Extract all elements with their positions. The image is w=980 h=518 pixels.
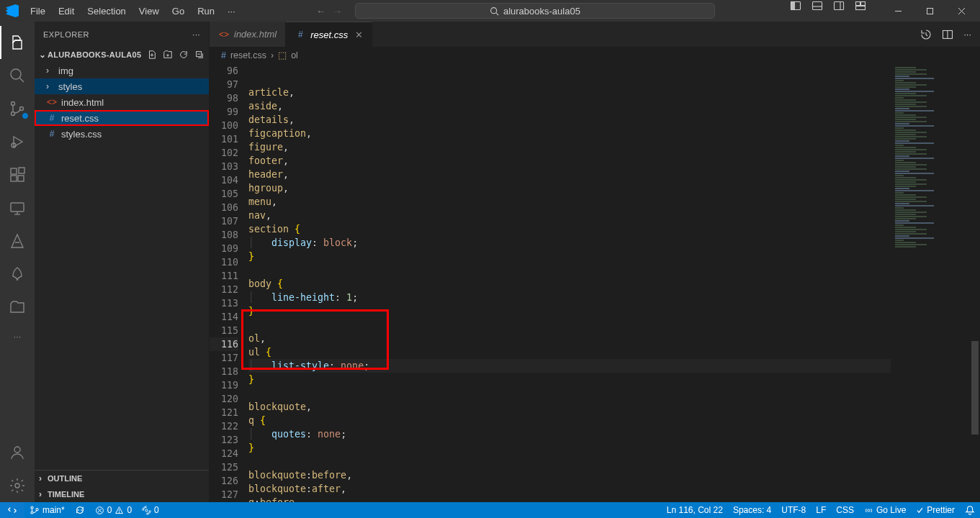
chevron-right-icon: › bbox=[46, 65, 55, 76]
menu-overflow[interactable]: ··· bbox=[222, 3, 241, 19]
window-minimize-icon[interactable] bbox=[882, 0, 914, 22]
svg-rect-4 bbox=[813, 2, 822, 10]
activity-remote-icon[interactable] bbox=[0, 191, 35, 224]
folder-label: styles bbox=[58, 81, 82, 92]
code-content[interactable]: article,aside,details,figcaption,figure,… bbox=[248, 64, 980, 502]
chevron-right-icon: › bbox=[271, 50, 274, 60]
warnings-count: 0 bbox=[127, 505, 132, 515]
file-reset-css[interactable]: # reset.css bbox=[35, 110, 209, 126]
svg-line-16 bbox=[19, 78, 24, 82]
split-editor-icon[interactable] bbox=[942, 29, 953, 40]
sidebar-more-icon[interactable]: ··· bbox=[192, 30, 200, 39]
svg-rect-9 bbox=[861, 2, 866, 6]
section-label: OUTLINE bbox=[48, 474, 82, 483]
remote-indicator[interactable] bbox=[0, 502, 24, 518]
statusbar: main* 0 0 0 Ln 116, Col 22 Spaces: 4 UTF… bbox=[0, 502, 980, 518]
go-live[interactable]: Go Live bbox=[859, 502, 911, 518]
chevron-right-icon: › bbox=[39, 473, 48, 483]
activity-liveshare-icon[interactable] bbox=[0, 258, 35, 291]
file-index-html[interactable]: <> index.html bbox=[35, 94, 209, 110]
svg-rect-23 bbox=[11, 176, 17, 181]
folder-label: img bbox=[58, 65, 73, 76]
problems-indicator[interactable]: 0 0 bbox=[90, 502, 137, 518]
svg-rect-10 bbox=[856, 6, 866, 10]
cursor-position[interactable]: Ln 116, Col 22 bbox=[662, 502, 728, 518]
menu-file[interactable]: File bbox=[24, 3, 51, 19]
git-branch[interactable]: main* bbox=[24, 502, 70, 518]
svg-line-1 bbox=[496, 12, 498, 14]
layout-panel-left-icon[interactable] bbox=[790, 0, 801, 22]
sync-button[interactable] bbox=[70, 502, 90, 518]
file-label: index.html bbox=[61, 97, 104, 108]
indentation[interactable]: Spaces: 4 bbox=[728, 502, 776, 518]
project-header[interactable]: ⌄ ALURABOOKS-AULA05 bbox=[35, 47, 209, 63]
window-maximize-icon[interactable] bbox=[914, 0, 945, 22]
breadcrumb-file: reset.css bbox=[230, 50, 266, 60]
css-file-icon: # bbox=[221, 50, 226, 60]
close-icon[interactable]: ✕ bbox=[355, 29, 363, 40]
more-actions-icon[interactable]: ··· bbox=[963, 29, 971, 40]
minimap[interactable] bbox=[891, 64, 970, 502]
layout-panel-bottom-icon[interactable] bbox=[812, 0, 823, 22]
svg-rect-25 bbox=[19, 168, 24, 173]
vscode-logo-icon bbox=[6, 4, 19, 17]
window-close-icon[interactable] bbox=[945, 0, 977, 22]
collapse-all-icon[interactable] bbox=[194, 50, 204, 60]
svg-point-15 bbox=[11, 69, 21, 79]
menu-view[interactable]: View bbox=[133, 3, 165, 19]
project-name: ALURABOOKS-AULA05 bbox=[48, 50, 141, 59]
activity-account-icon[interactable] bbox=[0, 436, 35, 469]
encoding[interactable]: UTF-8 bbox=[776, 502, 811, 518]
activity-settings-icon[interactable] bbox=[0, 469, 35, 502]
file-styles-css[interactable]: # styles.css bbox=[35, 126, 209, 142]
chevron-down-icon: ⌄ bbox=[39, 50, 48, 60]
activity-source-control-icon[interactable] bbox=[0, 92, 35, 125]
editor-area: <> index.html # reset.css ✕ ··· # reset.… bbox=[210, 22, 980, 502]
tab-index-html[interactable]: <> index.html bbox=[210, 22, 286, 47]
history-icon[interactable] bbox=[920, 29, 932, 40]
chevron-right-icon: › bbox=[39, 489, 48, 499]
refresh-icon[interactable] bbox=[179, 50, 189, 60]
language-mode[interactable]: CSS bbox=[831, 502, 859, 518]
folder-styles[interactable]: › styles bbox=[35, 78, 209, 94]
menu-edit[interactable]: Edit bbox=[53, 3, 80, 19]
notifications-icon[interactable] bbox=[960, 502, 980, 518]
layout-panel-right-icon[interactable] bbox=[833, 0, 845, 22]
tab-label: index.html bbox=[234, 29, 277, 40]
menu-run[interactable]: Run bbox=[192, 3, 220, 19]
new-file-icon[interactable] bbox=[147, 50, 157, 60]
menu-go[interactable]: Go bbox=[166, 3, 190, 19]
menu-selection[interactable]: Selection bbox=[81, 3, 131, 19]
activity-run-debug-icon[interactable] bbox=[0, 125, 35, 158]
svg-point-18 bbox=[12, 112, 15, 116]
vertical-scrollbar[interactable] bbox=[970, 64, 980, 502]
new-folder-icon[interactable] bbox=[163, 50, 173, 60]
branch-name: main* bbox=[42, 505, 65, 515]
activity-extensions-icon[interactable] bbox=[0, 158, 35, 191]
tab-reset-css[interactable]: # reset.css ✕ bbox=[286, 22, 372, 47]
titlebar: File Edit Selection View Go Run ··· ← → … bbox=[0, 0, 980, 22]
section-outline[interactable]: › OUTLINE bbox=[35, 471, 209, 486]
nav-back-icon[interactable]: ← bbox=[316, 6, 325, 17]
prettier[interactable]: Prettier bbox=[911, 502, 960, 518]
section-label: TIMELINE bbox=[48, 490, 84, 499]
activity-explorer-icon[interactable] bbox=[0, 26, 35, 59]
breadcrumb[interactable]: # reset.css › ⬚ ol bbox=[210, 47, 980, 64]
code-editor[interactable]: 9697989910010110210310410510610710810911… bbox=[210, 64, 980, 502]
activity-project-icon[interactable] bbox=[0, 291, 35, 324]
go-live-label: Go Live bbox=[876, 505, 906, 515]
eol[interactable]: LF bbox=[811, 502, 831, 518]
symbol-icon: ⬚ bbox=[278, 50, 287, 60]
ports-indicator[interactable]: 0 bbox=[137, 502, 164, 518]
command-center-search[interactable]: alurabooks-aula05 bbox=[355, 3, 715, 19]
sidebar-explorer: EXPLORER ··· ⌄ ALURABOOKS-AULA05 › img ›… bbox=[35, 22, 210, 502]
activity-more-icon[interactable]: ··· bbox=[0, 324, 35, 348]
activity-search-icon[interactable] bbox=[0, 59, 35, 92]
breadcrumb-symbol: ol bbox=[291, 50, 298, 60]
folder-img[interactable]: › img bbox=[35, 63, 209, 78]
section-timeline[interactable]: › TIMELINE bbox=[35, 486, 209, 502]
nav-forward-icon[interactable]: → bbox=[333, 6, 342, 17]
svg-point-0 bbox=[491, 7, 497, 13]
activity-azure-icon[interactable] bbox=[0, 224, 35, 258]
layout-customize-icon[interactable] bbox=[855, 0, 866, 22]
